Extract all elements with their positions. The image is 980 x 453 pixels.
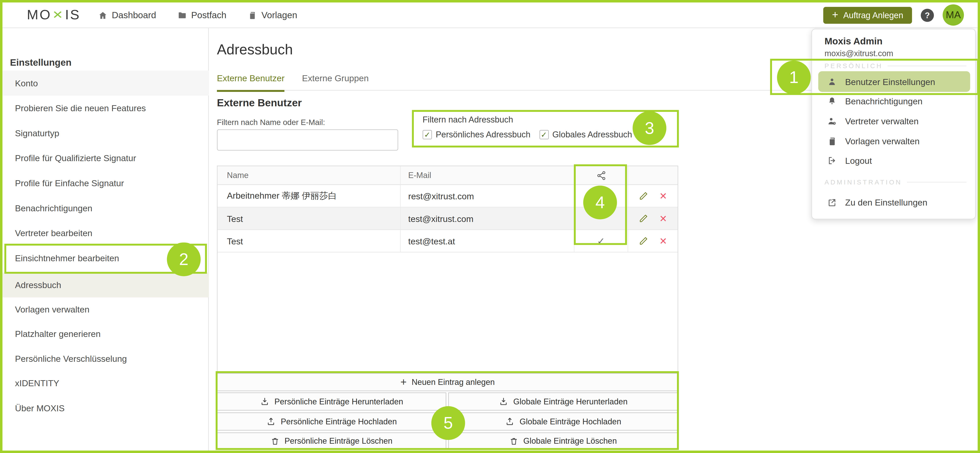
download-icon bbox=[499, 397, 508, 406]
sidebar-item-benachrichtigungen[interactable]: Benachrichtigungen bbox=[2, 196, 209, 221]
sidebar-item-einsichtnehmer[interactable]: Einsichtnehmer bearbeiten bbox=[2, 245, 209, 270]
sidebar-item-ueber-moxis[interactable]: Über MOXIS bbox=[2, 396, 209, 421]
sidebar-header: Einstellungen bbox=[10, 57, 72, 67]
column-header-shared[interactable] bbox=[574, 166, 628, 184]
button-label: Globale Einträge Herunterladen bbox=[513, 397, 628, 406]
menu-item-zu-den-einstellungen[interactable]: Zu den Einstellungen bbox=[818, 195, 970, 210]
sidebar-item-xidentity[interactable]: xIDENTITY bbox=[2, 371, 209, 396]
nav-label: Vorlagen bbox=[261, 10, 297, 20]
section-divider bbox=[907, 181, 966, 182]
edit-icon[interactable] bbox=[639, 236, 648, 245]
logo-x-icon: ✕ bbox=[52, 9, 64, 21]
menu-item-label: Zu den Einstellungen bbox=[845, 197, 928, 208]
sidebar-item-neue-features[interactable]: Probieren Sie die neuen Features bbox=[2, 96, 209, 121]
nav-vorlagen[interactable]: Vorlagen bbox=[248, 10, 297, 20]
cell-shared bbox=[574, 208, 628, 229]
moxis-logo[interactable]: MO✕IS bbox=[27, 7, 81, 23]
button-label: Globale Einträge Hochladen bbox=[520, 417, 621, 426]
edit-icon[interactable] bbox=[639, 214, 648, 223]
logo-text: IS bbox=[65, 7, 81, 23]
avatar[interactable]: MA bbox=[943, 5, 964, 26]
name-filter-input[interactable] bbox=[217, 129, 398, 151]
logo-text: MO bbox=[27, 7, 51, 23]
section-administration: ADMINISTRATION bbox=[824, 178, 966, 186]
table-row[interactable]: Arbeitnehmer 蒂娜 伊丽莎白 rest@xitrust.com ✕ bbox=[218, 185, 678, 207]
button-label: Globale Einträge Löschen bbox=[523, 436, 617, 445]
section-title: Externe Benutzer bbox=[217, 97, 302, 108]
menu-item-vertreter-verwalten[interactable]: Vertreter verwalten bbox=[818, 114, 970, 129]
copy-icon bbox=[248, 10, 257, 19]
sidebar-item-vorlagen-verwalten[interactable]: Vorlagen verwalten bbox=[2, 297, 209, 322]
nav-label: Dashboard bbox=[112, 10, 156, 20]
cell-name: Test bbox=[218, 230, 401, 252]
delete-icon[interactable]: ✕ bbox=[659, 191, 667, 201]
nav-postfach[interactable]: Postfach bbox=[177, 10, 226, 20]
table-row[interactable]: Test test@xitrust.com ✕ bbox=[218, 208, 678, 230]
sidebar-item-platzhalter[interactable]: Platzhalter generieren bbox=[2, 321, 209, 346]
cell-actions: ✕ bbox=[628, 230, 678, 252]
help-icon[interactable]: ? bbox=[921, 8, 934, 22]
delete-icon[interactable]: ✕ bbox=[659, 236, 667, 245]
share-icon bbox=[596, 170, 606, 180]
sidebar-item-verschluesselung[interactable]: Persönliche Verschlüsselung bbox=[2, 346, 209, 371]
tab-externe-gruppen[interactable]: Externe Gruppen bbox=[302, 73, 369, 92]
upload-global-entries-button[interactable]: Globale Einträge Hochladen bbox=[448, 412, 678, 431]
menu-item-benachrichtigungen[interactable]: Benachrichtigungen bbox=[818, 94, 970, 109]
checkbox-globales-adressbuch[interactable]: ✓ Globales Adressbuch bbox=[539, 130, 632, 139]
addressbook-filter-checkboxes: ✓ Persönliches Adressbuch ✓ Globales Adr… bbox=[423, 130, 632, 139]
sidebar-item-signaturtyp[interactable]: Signaturtyp bbox=[2, 121, 209, 146]
delete-personal-entries-button[interactable]: Persönliche Einträge Löschen bbox=[217, 432, 446, 449]
button-label: Persönliche Einträge Herunterladen bbox=[274, 397, 403, 406]
column-header-name[interactable]: Name bbox=[218, 166, 401, 184]
column-header-actions bbox=[628, 166, 678, 184]
cell-email: test@test.at bbox=[401, 230, 574, 252]
checkbox-checked-icon: ✓ bbox=[539, 130, 549, 139]
menu-item-logout[interactable]: Logout bbox=[818, 153, 970, 168]
settings-sidebar: Einstellungen Konto Probieren Sie die ne… bbox=[2, 28, 209, 451]
menu-item-label: Logout bbox=[845, 156, 872, 165]
plus-icon: + bbox=[832, 9, 838, 21]
button-label: Persönliche Einträge Löschen bbox=[285, 436, 392, 445]
name-filter-label: Filtern nach Name oder E-Mail: bbox=[217, 118, 325, 127]
checkbox-persoenliches-adressbuch[interactable]: ✓ Persönliches Adressbuch bbox=[423, 130, 530, 139]
nav-dashboard[interactable]: Dashboard bbox=[98, 10, 156, 20]
section-persoenlich: PERSÖNLICH bbox=[824, 62, 966, 70]
tab-externe-benutzer[interactable]: Externe Benutzer bbox=[217, 73, 285, 92]
menu-item-label: Vertreter verwalten bbox=[845, 116, 919, 126]
sidebar-item-adressbuch[interactable]: Adressbuch bbox=[2, 273, 209, 298]
table-row[interactable]: Test test@test.at ✓ ✕ bbox=[218, 230, 678, 252]
home-icon bbox=[98, 10, 107, 19]
menu-item-vorlagen-verwalten[interactable]: Vorlagen verwalten bbox=[818, 134, 970, 149]
sidebar-item-vertreter-bearbeiten[interactable]: Vertreter bearbeiten bbox=[2, 221, 209, 246]
sidebar-item-konto[interactable]: Konto bbox=[2, 71, 209, 96]
upload-icon bbox=[505, 417, 514, 426]
download-personal-entries-button[interactable]: Persönliche Einträge Herunterladen bbox=[217, 393, 446, 411]
user-icon bbox=[827, 76, 837, 87]
section-label: PERSÖNLICH bbox=[824, 62, 883, 70]
upload-personal-entries-button[interactable]: Persönliche Einträge Hochladen bbox=[217, 412, 446, 431]
cell-email: test@xitrust.com bbox=[401, 208, 574, 229]
column-header-email[interactable]: E-Mail bbox=[401, 166, 574, 184]
checkbox-label: Persönliches Adressbuch bbox=[436, 130, 530, 139]
upload-icon bbox=[266, 417, 276, 426]
menu-item-label: Benachrichtigungen bbox=[845, 96, 923, 106]
sidebar-item-profile-qualifizierte[interactable]: Profile für Qualifizierte Signatur bbox=[2, 146, 209, 171]
download-global-entries-button[interactable]: Globale Einträge Herunterladen bbox=[448, 393, 678, 411]
annotation-number-3: 3 bbox=[633, 111, 666, 145]
nav-label: Postfach bbox=[191, 10, 226, 20]
checkbox-label: Globales Adressbuch bbox=[552, 130, 632, 139]
addressbook-filter-label: Filtern nach Adressbuch bbox=[423, 115, 513, 124]
menu-item-benutzer-einstellungen[interactable]: Benutzer Einstellungen bbox=[818, 71, 970, 92]
menu-item-label: Vorlagen verwalten bbox=[845, 136, 920, 146]
navbar-right: + Auftrag Anlegen ? MA bbox=[823, 5, 964, 26]
checkbox-checked-icon: ✓ bbox=[423, 130, 432, 139]
sidebar-item-profile-einfache[interactable]: Profile für Einfache Signatur bbox=[2, 171, 209, 196]
edit-icon[interactable] bbox=[639, 191, 648, 201]
delete-icon[interactable]: ✕ bbox=[659, 214, 667, 223]
new-entry-button[interactable]: + Neuen Eintrag anlegen bbox=[217, 373, 678, 391]
create-order-button[interactable]: + Auftrag Anlegen bbox=[823, 7, 912, 24]
cell-shared: ✓ bbox=[574, 230, 628, 252]
annotation-number-1: 1 bbox=[777, 60, 811, 94]
cell-email: rest@xitrust.com bbox=[401, 185, 574, 207]
delete-global-entries-button[interactable]: Globale Einträge Löschen bbox=[448, 432, 678, 449]
